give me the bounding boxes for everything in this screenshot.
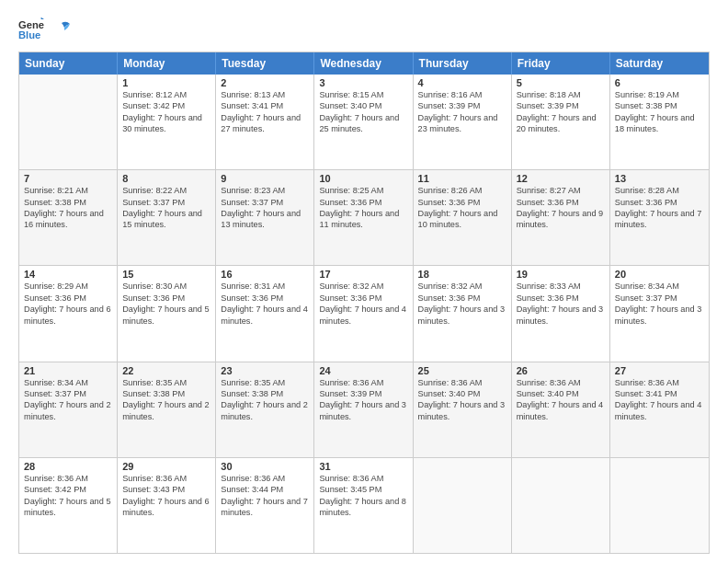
day-number: 8 [122,173,210,184]
svg-text:General: General [18,19,44,30]
calendar-cell-5: 5Sunrise: 8:18 AMSunset: 3:39 PMDaylight… [512,75,610,169]
calendar-week-4: 21Sunrise: 8:34 AMSunset: 3:37 PMDayligh… [19,362,709,457]
calendar-cell-1: 1Sunrise: 8:12 AMSunset: 3:42 PMDaylight… [118,75,216,169]
calendar-cell-24: 24Sunrise: 8:36 AMSunset: 3:39 PMDayligh… [314,362,413,457]
calendar-cell-31: 31Sunrise: 8:36 AMSunset: 3:45 PMDayligh… [314,458,413,553]
calendar-cell-16: 16Sunrise: 8:31 AMSunset: 3:36 PMDayligh… [216,266,314,361]
calendar-week-1: 1Sunrise: 8:12 AMSunset: 3:42 PMDaylight… [19,75,709,169]
calendar: SundayMondayTuesdayWednesdayThursdayFrid… [18,52,710,554]
calendar-cell-2: 2Sunrise: 8:13 AMSunset: 3:41 PMDaylight… [216,75,314,169]
calendar-cell-18: 18Sunrise: 8:32 AMSunset: 3:36 PMDayligh… [414,266,512,361]
calendar-week-5: 28Sunrise: 8:36 AMSunset: 3:42 PMDayligh… [19,457,709,553]
cell-info: Sunrise: 8:35 AMSunset: 3:38 PMDaylight:… [122,377,210,423]
cell-info: Sunrise: 8:22 AMSunset: 3:37 PMDaylight:… [122,185,210,231]
calendar-cell-12: 12Sunrise: 8:27 AMSunset: 3:36 PMDayligh… [512,170,610,265]
header-day-saturday: Saturday [610,52,709,75]
logo: General Blue [18,17,72,42]
cell-info: Sunrise: 8:27 AMSunset: 3:36 PMDaylight:… [517,185,605,231]
day-number: 17 [319,269,407,280]
cell-info: Sunrise: 8:25 AMSunset: 3:36 PMDaylight:… [319,185,407,231]
cell-info: Sunrise: 8:12 AMSunset: 3:42 PMDaylight:… [122,89,210,135]
day-number: 9 [221,173,309,184]
header-day-tuesday: Tuesday [216,52,314,75]
cell-info: Sunrise: 8:18 AMSunset: 3:39 PMDaylight:… [517,89,605,135]
cell-info: Sunrise: 8:34 AMSunset: 3:37 PMDaylight:… [615,281,704,327]
day-number: 15 [122,269,210,280]
cell-info: Sunrise: 8:36 AMSunset: 3:44 PMDaylight:… [221,473,309,519]
day-number: 5 [517,77,605,88]
cell-info: Sunrise: 8:21 AMSunset: 3:38 PMDaylight:… [24,185,112,231]
calendar-cell-17: 17Sunrise: 8:32 AMSunset: 3:36 PMDayligh… [314,266,413,361]
day-number: 18 [418,269,506,280]
calendar-header: SundayMondayTuesdayWednesdayThursdayFrid… [19,52,709,75]
calendar-cell-29: 29Sunrise: 8:36 AMSunset: 3:43 PMDayligh… [118,458,216,553]
calendar-week-2: 7Sunrise: 8:21 AMSunset: 3:38 PMDaylight… [19,169,709,265]
cell-info: Sunrise: 8:28 AMSunset: 3:36 PMDaylight:… [615,185,704,231]
day-number: 2 [221,77,309,88]
day-number: 26 [517,365,605,376]
calendar-cell-21: 21Sunrise: 8:34 AMSunset: 3:37 PMDayligh… [19,362,118,457]
calendar-week-3: 14Sunrise: 8:29 AMSunset: 3:36 PMDayligh… [19,265,709,361]
day-number: 19 [517,269,605,280]
cell-info: Sunrise: 8:26 AMSunset: 3:36 PMDaylight:… [418,185,506,231]
day-number: 1 [122,77,210,88]
day-number: 21 [24,365,112,376]
day-number: 24 [319,365,407,376]
cell-info: Sunrise: 8:36 AMSunset: 3:41 PMDaylight:… [615,377,704,423]
cell-info: Sunrise: 8:32 AMSunset: 3:36 PMDaylight:… [319,281,407,327]
calendar-cell-25: 25Sunrise: 8:36 AMSunset: 3:40 PMDayligh… [414,362,512,457]
calendar-cell-7: 7Sunrise: 8:21 AMSunset: 3:38 PMDaylight… [19,170,118,265]
header-day-monday: Monday [118,52,216,75]
day-number: 27 [615,365,704,376]
day-number: 13 [615,173,704,184]
cell-info: Sunrise: 8:36 AMSunset: 3:40 PMDaylight:… [517,377,605,423]
svg-text:Blue: Blue [18,29,40,40]
calendar-cell-empty [610,458,709,553]
calendar-cell-20: 20Sunrise: 8:34 AMSunset: 3:37 PMDayligh… [610,266,709,361]
cell-info: Sunrise: 8:35 AMSunset: 3:38 PMDaylight:… [221,377,309,423]
calendar-cell-9: 9Sunrise: 8:23 AMSunset: 3:37 PMDaylight… [216,170,314,265]
cell-info: Sunrise: 8:13 AMSunset: 3:41 PMDaylight:… [221,89,309,135]
page: General Blue SundayMondayTuesdayWednesda… [0,0,728,563]
day-number: 22 [122,365,210,376]
day-number: 28 [24,461,112,472]
cell-info: Sunrise: 8:19 AMSunset: 3:38 PMDaylight:… [615,89,704,135]
day-number: 20 [615,269,704,280]
cell-info: Sunrise: 8:23 AMSunset: 3:37 PMDaylight:… [221,185,309,231]
calendar-cell-8: 8Sunrise: 8:22 AMSunset: 3:37 PMDaylight… [118,170,216,265]
day-number: 29 [122,461,210,472]
calendar-cell-28: 28Sunrise: 8:36 AMSunset: 3:42 PMDayligh… [19,458,118,553]
calendar-cell-3: 3Sunrise: 8:15 AMSunset: 3:40 PMDaylight… [314,75,413,169]
cell-info: Sunrise: 8:36 AMSunset: 3:40 PMDaylight:… [418,377,506,423]
calendar-cell-15: 15Sunrise: 8:30 AMSunset: 3:36 PMDayligh… [118,266,216,361]
calendar-cell-30: 30Sunrise: 8:36 AMSunset: 3:44 PMDayligh… [216,458,314,553]
day-number: 31 [319,461,407,472]
header: General Blue [18,17,710,42]
cell-info: Sunrise: 8:32 AMSunset: 3:36 PMDaylight:… [418,281,506,327]
day-number: 25 [418,365,506,376]
header-day-thursday: Thursday [414,52,512,75]
day-number: 10 [319,173,407,184]
day-number: 4 [418,77,506,88]
day-number: 30 [221,461,309,472]
day-number: 23 [221,365,309,376]
calendar-cell-22: 22Sunrise: 8:35 AMSunset: 3:38 PMDayligh… [118,362,216,457]
day-number: 7 [24,173,112,184]
day-number: 3 [319,77,407,88]
logo-icon: General Blue [18,17,44,42]
calendar-cell-empty [19,75,118,169]
calendar-cell-4: 4Sunrise: 8:16 AMSunset: 3:39 PMDaylight… [414,75,512,169]
cell-info: Sunrise: 8:30 AMSunset: 3:36 PMDaylight:… [122,281,210,327]
calendar-cell-empty [414,458,512,553]
header-day-sunday: Sunday [19,52,118,75]
svg-marker-2 [41,17,44,19]
day-number: 12 [517,173,605,184]
calendar-cell-11: 11Sunrise: 8:26 AMSunset: 3:36 PMDayligh… [414,170,512,265]
cell-info: Sunrise: 8:34 AMSunset: 3:37 PMDaylight:… [24,377,112,423]
calendar-body: 1Sunrise: 8:12 AMSunset: 3:42 PMDaylight… [19,75,709,553]
calendar-cell-6: 6Sunrise: 8:19 AMSunset: 3:38 PMDaylight… [610,75,709,169]
cell-info: Sunrise: 8:36 AMSunset: 3:42 PMDaylight:… [24,473,112,519]
day-number: 14 [24,269,112,280]
day-number: 11 [418,173,506,184]
cell-info: Sunrise: 8:36 AMSunset: 3:39 PMDaylight:… [319,377,407,423]
